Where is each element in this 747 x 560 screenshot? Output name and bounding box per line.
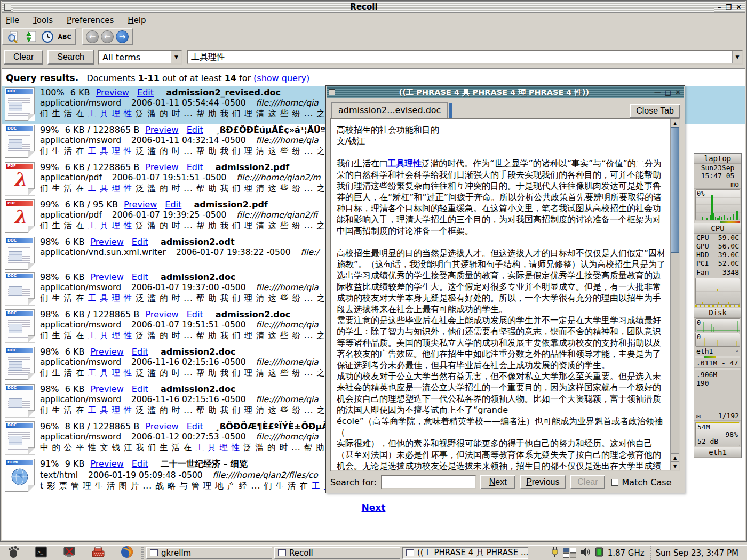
meter-mem: 54M: [697, 423, 710, 431]
typewriter-icon[interactable]: [91, 546, 105, 560]
next-results-link[interactable]: Next: [362, 502, 386, 513]
screen-kill-icon[interactable]: [63, 546, 76, 560]
document-history-icon[interactable]: [40, 30, 55, 44]
cpu-frequency[interactable]: 1.87 GHz: [608, 548, 645, 558]
gkrellm-monitor[interactable]: laptop Sun23Sep 15:47 05 mo 0% CPU CPU59…: [694, 153, 742, 458]
preview-maximize-icon[interactable]: □: [665, 89, 671, 97]
result-snippet: 们 生 活 在 工 具 理 性 泛 滥 的 时 ... 帮 助 我 们 理 清 …: [40, 405, 349, 416]
preview-document-text[interactable]: 高校招生的社会功能和目的文/钱江我们生活在□工具理性泛滥的时代。作为“世之显学”…: [331, 119, 670, 470]
window-menu-icon[interactable]: [4, 4, 11, 11]
preview-tab[interactable]: admission2...evised.doc: [331, 102, 448, 118]
cpufreq-applet-icon[interactable]: [594, 547, 604, 559]
taskbar-clock[interactable]: Sun Sep 23, 3:47 PM: [650, 546, 744, 560]
result-preview-link[interactable]: Preview: [145, 162, 178, 172]
result-edit-link[interactable]: Edit: [187, 309, 203, 319]
result-preview-link[interactable]: Preview: [96, 87, 129, 98]
result-preview-link[interactable]: Preview: [124, 199, 157, 210]
gnome-foot-icon[interactable]: [7, 546, 19, 560]
clear-button[interactable]: Clear: [4, 50, 43, 65]
result-url: file:///home/qia: [256, 357, 318, 367]
result-edit-link[interactable]: Edit: [165, 199, 181, 210]
find-previous-button[interactable]: Previous: [520, 475, 566, 489]
result-preview-link[interactable]: Preview: [90, 384, 123, 394]
preview-paragraph: [337, 236, 666, 247]
result-preview-link[interactable]: Preview: [90, 347, 123, 357]
mail-row[interactable]: ✉ 1/192: [694, 412, 741, 421]
preview-paragraph: 高校招生最明显的目的当然是选拔人才。但这选拔人才的目标却不仅仅是人们假定“因材施…: [337, 247, 666, 315]
result-edit-link[interactable]: Edit: [137, 87, 154, 98]
menu-tools[interactable]: Tools: [33, 15, 53, 25]
next-page-icon[interactable]: →: [116, 30, 129, 43]
task-button[interactable]: ((工 PHRASE 4 具 PHRASE ...: [402, 547, 528, 559]
advanced-search-icon[interactable]: [6, 30, 21, 44]
result-edit-link[interactable]: Edit: [132, 384, 148, 394]
result-mime: application/vnd.sun.xml.writer: [40, 247, 166, 257]
query-history-chevron-icon[interactable]: ▼: [732, 51, 742, 63]
result-edit-link[interactable]: Edit: [187, 125, 203, 135]
prev-page-icon[interactable]: ←: [101, 30, 114, 43]
volume-icon[interactable]: [580, 547, 591, 559]
scroll-up-icon[interactable]: ▲: [671, 119, 679, 127]
scroll-down-icon[interactable]: ▼: [671, 462, 679, 470]
preview-titlebar[interactable]: ((工 PHRASE 4 具 PHRASE 4 理 PHRASE 4 性)) —…: [327, 86, 684, 98]
scrollbar-track[interactable]: [671, 253, 679, 453]
result-date: 2006-01-07 19:39:25 -0500: [112, 210, 227, 220]
task-button[interactable]: gkrellm: [146, 547, 272, 559]
result-preview-link[interactable]: Preview: [145, 125, 178, 135]
search-mode-select[interactable]: All terms ▼: [98, 50, 182, 65]
find-clear-button[interactable]: Clear: [570, 475, 605, 489]
task-button[interactable]: Recoll: [274, 547, 400, 559]
result-relevance: 99%: [40, 162, 59, 172]
preview-scrollbar[interactable]: ▲ ▲ ▼: [670, 119, 679, 470]
result-preview-link[interactable]: Preview: [90, 459, 123, 469]
result-edit-link[interactable]: Edit: [132, 347, 148, 357]
find-next-button[interactable]: Next: [480, 475, 515, 489]
result-preview-link[interactable]: Preview: [145, 309, 178, 319]
terminal-icon[interactable]: >_: [35, 546, 47, 560]
sort-parameters-icon[interactable]: [23, 30, 38, 44]
main-titlebar[interactable]: Recoll – ❐ ✕: [2, 1, 745, 13]
firefox-icon[interactable]: [121, 546, 133, 560]
window-title: Recoll: [13, 2, 714, 12]
result-edit-link[interactable]: Edit: [187, 162, 203, 172]
menu-help[interactable]: Help: [128, 15, 146, 25]
find-input[interactable]: [381, 475, 476, 489]
gkrellm-date: Sun23Sep: [694, 164, 741, 172]
scrollbar-thumb[interactable]: [671, 127, 679, 253]
result-preview-link[interactable]: Preview: [90, 237, 123, 247]
search-button[interactable]: Search: [47, 50, 94, 65]
mail-count: 1/192: [718, 412, 739, 420]
first-page-icon[interactable]: ←: [86, 30, 99, 43]
result-date: 2006-01-11 04:32:14 -0500: [131, 135, 246, 145]
match-case-checkbox[interactable]: [611, 479, 618, 486]
search-input[interactable]: [188, 52, 732, 62]
result-filename: admission2_revised.doc: [166, 87, 281, 98]
result-edit-link[interactable]: Edit: [132, 459, 148, 469]
minimize-icon[interactable]: –: [718, 3, 721, 11]
result-relevance: 99%: [40, 125, 59, 135]
show-query-link[interactable]: (show query): [253, 73, 309, 83]
menu-file[interactable]: File: [6, 15, 19, 25]
result-preview-link[interactable]: Preview: [145, 421, 178, 431]
preview-close-icon[interactable]: ✕: [675, 89, 681, 97]
result-size: 6 KB: [65, 384, 85, 394]
menu-preferences[interactable]: Preferences: [67, 15, 114, 25]
result-size: 6 KB: [70, 87, 90, 98]
result-size: 6 KB / 1228865 B: [65, 309, 140, 319]
close-tab-button[interactable]: Close Tab: [630, 104, 680, 118]
scroll-up2-icon[interactable]: ▲: [671, 453, 679, 462]
preview-window-menu-icon[interactable]: [329, 89, 335, 95]
term-explorer-icon[interactable]: ÅBĈ: [57, 30, 72, 44]
result-edit-link[interactable]: Edit: [132, 237, 148, 247]
result-edit-link[interactable]: Edit: [132, 272, 148, 282]
workspace-pager[interactable]: [563, 548, 576, 558]
result-edit-link[interactable]: Edit: [187, 421, 203, 431]
close-icon[interactable]: ✕: [736, 3, 742, 11]
power-plug-icon[interactable]: [551, 546, 559, 560]
system-tray: 1.87 GHz Sun Sep 23, 3:47 PM: [551, 546, 747, 560]
result-preview-link[interactable]: Preview: [90, 272, 123, 282]
maximize-icon[interactable]: ❐: [725, 3, 732, 11]
chevron-down-icon[interactable]: ▼: [171, 51, 181, 63]
result-snippet: 们 生 活 在 工 具 理 性 泛 滥 的 时 ... 帮 助 我 们 理 清 …: [40, 183, 349, 194]
preview-minimize-icon[interactable]: —: [654, 89, 661, 97]
